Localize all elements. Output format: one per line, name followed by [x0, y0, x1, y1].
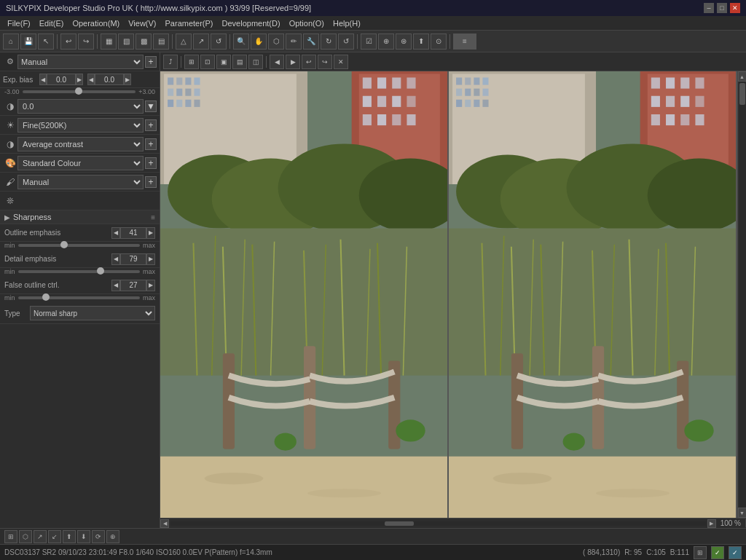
img-tb-redo[interactable]: ↪ — [318, 55, 332, 69]
img-tb-side[interactable]: ◫ — [248, 55, 263, 69]
menu-help[interactable]: Help(H) — [329, 17, 365, 29]
scroll-up-btn[interactable]: ▲ — [738, 71, 747, 82]
img-tb-split[interactable]: ▤ — [232, 55, 247, 69]
bottom-icon-6[interactable]: ⬇ — [77, 530, 90, 543]
toolbar-plus1[interactable]: ⊕ — [378, 33, 394, 50]
toolbar-arrow[interactable]: ↗ — [193, 33, 209, 50]
menu-development[interactable]: Development(D) — [218, 17, 285, 29]
exp-bias-left-arrow2[interactable]: ◀ — [87, 74, 95, 85]
manual-select[interactable]: Manual — [17, 55, 144, 69]
detail-right-arrow[interactable]: ▶ — [146, 253, 155, 265]
false-thumb[interactable] — [42, 293, 50, 301]
exposure-add-btn[interactable]: ▼ — [145, 100, 157, 112]
toolbar-rotate[interactable]: ↺ — [211, 33, 227, 50]
h-scroll-track[interactable] — [170, 521, 706, 526]
exp-bias-right-arrow2[interactable]: ▶ — [124, 74, 131, 85]
toolbar-save[interactable]: 💾 — [20, 33, 36, 50]
scroll-track[interactable] — [739, 82, 746, 508]
h-scroll-thumb[interactable] — [385, 521, 414, 526]
menu-option[interactable]: Option(O) — [285, 17, 329, 29]
exposure-select[interactable]: 0.0 — [17, 99, 144, 114]
toolbar-redo[interactable]: ↪ — [78, 33, 94, 50]
white-balance-select[interactable]: Fine(5200K) — [17, 118, 144, 133]
toolbar-home[interactable]: ⌂ — [3, 33, 19, 50]
menu-edit[interactable]: Edit(E) — [35, 17, 68, 29]
bottom-icon-5[interactable]: ⬆ — [63, 530, 76, 543]
contrast-add-btn[interactable]: + — [145, 138, 157, 150]
scroll-down-btn[interactable]: ▼ — [738, 508, 747, 518]
false-outline-input[interactable] — [120, 280, 146, 291]
outline-right-arrow[interactable]: ▶ — [146, 227, 155, 239]
exp-bias-track[interactable] — [23, 90, 136, 93]
bottom-icon-4[interactable]: ↙ — [48, 530, 61, 543]
toolbar-menu[interactable]: ≡ — [453, 33, 476, 50]
status-icon-2[interactable]: ✓ — [711, 546, 724, 559]
exp-bias-left-arrow[interactable]: ◀ — [39, 74, 47, 85]
manual-add-btn[interactable]: + — [145, 56, 157, 68]
sharpness-menu-icon[interactable]: ≡ — [151, 213, 155, 221]
h-scroll-right-btn[interactable]: ▶ — [707, 519, 716, 528]
menu-file[interactable]: File(F) — [3, 17, 35, 29]
outline-left-arrow[interactable]: ◀ — [111, 227, 120, 239]
toolbar-up[interactable]: ⬆ — [413, 33, 429, 50]
type-select[interactable]: Normal sharp — [30, 306, 155, 320]
contrast-select[interactable]: Average contrast — [17, 137, 144, 151]
maximize-button[interactable]: □ — [717, 3, 727, 13]
colour-add-btn[interactable]: + — [145, 157, 157, 169]
img-tb-prev[interactable]: ◀ — [270, 55, 284, 69]
detail-thumb[interactable] — [97, 267, 104, 275]
bottom-icon-1[interactable]: ⊞ — [4, 530, 17, 543]
toolbar-grid4[interactable]: ▤ — [153, 33, 169, 50]
img-tb-zoom-fit[interactable]: ⊡ — [200, 55, 215, 69]
toolbar-hex[interactable]: ⬡ — [268, 33, 284, 50]
toolbar-cursor[interactable]: ↖ — [38, 33, 54, 50]
toolbar-check[interactable]: ☑ — [361, 33, 377, 50]
colour-select[interactable]: Standard Colour — [17, 156, 144, 170]
close-button[interactable]: ✕ — [730, 3, 740, 13]
bottom-icon-2[interactable]: ⬡ — [19, 530, 32, 543]
toolbar-pen[interactable]: ✏ — [286, 33, 302, 50]
toolbar-grid1[interactable]: ▦ — [101, 33, 117, 50]
vertical-scrollbar[interactable]: ▲ ▼ — [737, 71, 746, 518]
false-right-arrow[interactable]: ▶ — [146, 280, 155, 291]
img-tb-export[interactable]: ⤴ — [163, 55, 178, 69]
bottom-icon-7[interactable]: ⟳ — [92, 530, 105, 543]
toolbar-zoom[interactable]: 🔍 — [233, 33, 249, 50]
exp-bias-thumb[interactable] — [75, 87, 82, 95]
toolbar-grid2[interactable]: ▧ — [118, 33, 134, 50]
detail-emphasis-input[interactable] — [120, 253, 146, 265]
exp-bias-right-arrow[interactable]: ▶ — [76, 74, 83, 85]
outline-track[interactable] — [18, 244, 140, 247]
manual-add-btn2[interactable]: + — [145, 176, 157, 188]
menu-parameter[interactable]: Parameter(P) — [161, 17, 218, 29]
outline-thumb[interactable] — [60, 241, 68, 248]
img-tb-fit[interactable]: ⊞ — [184, 55, 199, 69]
menu-view[interactable]: View(V) — [124, 17, 160, 29]
exp-bias-input2[interactable] — [95, 74, 124, 85]
toolbar-hand[interactable]: ✋ — [251, 33, 267, 50]
toolbar-wrench[interactable]: 🔧 — [303, 33, 319, 50]
status-icon-1[interactable]: ⊞ — [694, 546, 707, 559]
toolbar-redo2[interactable]: ↻ — [321, 33, 337, 50]
detail-track[interactable] — [18, 270, 140, 273]
false-track[interactable] — [18, 296, 140, 299]
toolbar-triangle[interactable]: △ — [176, 33, 192, 50]
bottom-icon-8[interactable]: ⊕ — [106, 530, 119, 543]
toolbar-plus2[interactable]: ⊛ — [396, 33, 412, 50]
toolbar-undo2[interactable]: ↺ — [338, 33, 354, 50]
outline-emphasis-input[interactable] — [120, 227, 146, 239]
false-left-arrow[interactable]: ◀ — [111, 280, 120, 291]
left-image-panel[interactable] — [160, 71, 449, 518]
detail-left-arrow[interactable]: ◀ — [111, 253, 120, 265]
h-scroll-left-btn[interactable]: ◀ — [160, 519, 169, 528]
right-image-panel[interactable] — [449, 71, 737, 518]
img-tb-next[interactable]: ▶ — [286, 55, 300, 69]
toolbar-undo[interactable]: ↩ — [60, 33, 76, 50]
status-icon-3[interactable]: ✓ — [729, 546, 742, 559]
wb-add-btn[interactable]: + — [145, 119, 157, 131]
img-tb-compare[interactable]: ▣ — [216, 55, 231, 69]
sharpness-collapse-icon[interactable]: ▶ — [4, 213, 10, 221]
exp-bias-input1[interactable] — [47, 74, 76, 85]
toolbar-grid3[interactable]: ▩ — [136, 33, 152, 50]
menu-operation[interactable]: Operation(M) — [68, 17, 124, 29]
